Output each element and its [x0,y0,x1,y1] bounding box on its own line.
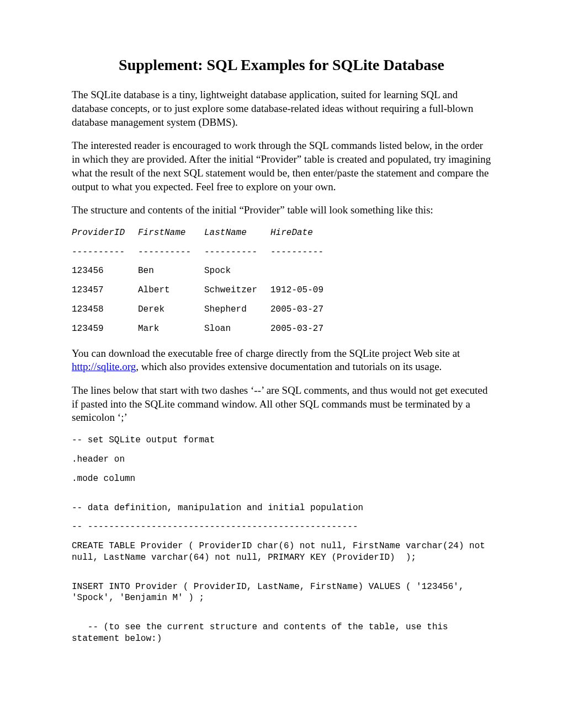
table-row: 123459 Mark Sloan 2005-03-27 [72,323,491,335]
table-sep-cell: ---------- [204,247,270,258]
table-header-cell: FirstName [138,227,204,239]
download-text-post: , which also provides extensive document… [136,361,442,372]
code-line: -- (to see the current structure and con… [72,622,491,645]
download-paragraph: You can download the executable free of … [72,347,491,374]
code-line: CREATE TABLE Provider ( ProviderID char(… [72,540,491,564]
table-sep-cell: ---------- [138,247,204,258]
table-row: 123457 Albert Schweitzer 1912-05-09 [72,285,491,296]
code-line: -- data definition, manipulation and ini… [72,502,491,514]
table-cell: Spock [204,265,270,277]
table-header-cell: ProviderID [72,227,138,239]
table-cell: Schweitzer [204,285,270,296]
table-cell: Derek [138,304,204,315]
table-cell: Sloan [204,323,270,335]
download-text-pre: You can download the executable free of … [72,347,460,359]
table-cell: 123459 [72,323,138,335]
table-cell: Albert [138,285,204,296]
code-line: INSERT INTO Provider ( ProviderID, LastN… [72,581,491,604]
table-header-cell: LastName [204,227,270,239]
table-cell: 2005-03-27 [270,323,337,335]
code-line: .mode column [72,473,491,485]
code-line: .header on [72,454,491,465]
intro-paragraph-2: The interested reader is encouraged to w… [72,139,491,194]
table-header-row: ProviderID FirstName LastName HireDate [72,227,491,239]
comments-paragraph: The lines below that start with two dash… [72,384,491,425]
intro-paragraph-3: The structure and contents of the initia… [72,204,491,217]
intro-paragraph-1: The SQLite database is a tiny, lightweig… [72,88,491,129]
table-cell: 123457 [72,285,138,296]
table-cell: 2005-03-27 [270,304,337,315]
table-cell [270,265,337,277]
code-line: -- set SQLite output format [72,435,491,446]
table-cell: Ben [138,265,204,277]
table-cell: 123456 [72,265,138,277]
table-cell: Mark [138,323,204,335]
code-section: -- set SQLite output format .header on .… [72,435,491,645]
page-title: Supplement: SQL Examples for SQLite Data… [72,55,491,75]
table-row: 123458 Derek Shepherd 2005-03-27 [72,304,491,315]
sqlite-link[interactable]: http://sqlite.org [72,361,136,372]
table-sep-cell: ---------- [72,247,138,258]
table-header-cell: HireDate [270,227,337,239]
code-line: -- -------------------------------------… [72,521,491,533]
provider-table: ProviderID FirstName LastName HireDate -… [72,227,491,335]
table-cell: 1912-05-09 [270,285,337,296]
table-cell: 123458 [72,304,138,315]
table-cell: Shepherd [204,304,270,315]
table-sep-cell: ---------- [270,247,337,258]
table-separator-row: ---------- ---------- ---------- -------… [72,247,491,258]
table-row: 123456 Ben Spock [72,265,491,277]
